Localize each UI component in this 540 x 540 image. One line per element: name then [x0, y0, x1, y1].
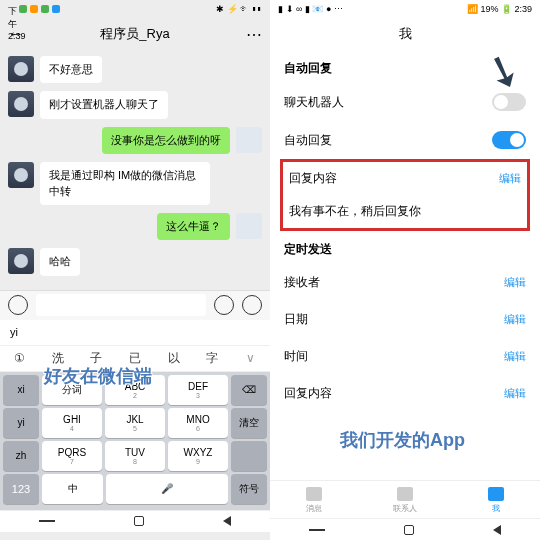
row-label: 我有事不在，稍后回复你	[289, 203, 421, 220]
avatar[interactable]	[236, 213, 262, 239]
plus-icon[interactable]	[242, 295, 262, 315]
edit-link[interactable]: 编辑	[504, 275, 526, 290]
key-side[interactable]: ⌫	[231, 375, 267, 405]
message-bubble: 不好意思	[40, 56, 102, 83]
key-symbol[interactable]: 符号	[231, 474, 267, 504]
key-lang[interactable]: 中	[42, 474, 103, 504]
highlighted-box: 回复内容编辑我有事不在，稍后回复你	[280, 159, 530, 231]
signal-icons: ✱ ⚡ ᯤ ▮▮	[216, 4, 262, 14]
status-icon	[19, 5, 27, 13]
key[interactable]: DEF3	[168, 375, 228, 405]
candidate[interactable]: 以	[154, 350, 193, 367]
text-input[interactable]	[36, 294, 206, 316]
row-label: 聊天机器人	[284, 94, 344, 111]
edit-link[interactable]: 编辑	[504, 349, 526, 364]
key-side[interactable]	[231, 441, 267, 471]
key-side[interactable]: 清空	[231, 408, 267, 438]
status-icon	[52, 5, 60, 13]
overlay-label-left: 好友在微信端	[44, 364, 152, 388]
settings-row[interactable]: 回复内容编辑	[270, 375, 540, 412]
page-title: 我	[399, 25, 412, 43]
status-right: 📶 19% 🔋 2:39	[467, 4, 532, 14]
edit-link[interactable]: 编辑	[499, 171, 521, 186]
back-button[interactable]: ←	[8, 25, 24, 43]
key[interactable]: MNO6	[168, 408, 228, 438]
message-bubble: 哈哈	[40, 248, 80, 275]
status-left: ▮ ⬇ ∞ ▮ 📧 ● ⋯	[278, 4, 343, 14]
status-bar: 下午2:39 ✱ ⚡ ᯤ ▮▮	[0, 0, 270, 18]
key-space[interactable]: 🎤	[106, 474, 228, 504]
nav-label: 消息	[306, 503, 322, 514]
row-label: 回复内容	[284, 385, 332, 402]
key[interactable]: PQRS7	[42, 441, 102, 471]
recent-button[interactable]	[39, 520, 55, 522]
home-button[interactable]	[134, 516, 144, 526]
message-bubble: 这么牛逼？	[157, 213, 230, 240]
key-123[interactable]: 123	[3, 474, 39, 504]
row-label: 时间	[284, 348, 308, 365]
nav-item[interactable]: 我	[488, 487, 504, 514]
expand-icon[interactable]: ∨	[231, 351, 270, 365]
message-bubble: 我是通过即构 IM做的微信消息中转	[40, 162, 210, 205]
candidate[interactable]: ①	[0, 351, 39, 365]
input-bar	[0, 290, 270, 320]
settings-row[interactable]: 接收者编辑	[270, 264, 540, 301]
toggle[interactable]	[492, 93, 526, 111]
settings-row[interactable]: 我有事不在，稍后回复你	[283, 195, 527, 228]
avatar[interactable]	[236, 127, 262, 153]
chat-header: ← 程序员_Rya ⋯	[0, 18, 270, 50]
key[interactable]: GHI4	[42, 408, 102, 438]
row-label: 日期	[284, 311, 308, 328]
row-label: 接收者	[284, 274, 320, 291]
toggle[interactable]	[492, 131, 526, 149]
row-label: 回复内容	[289, 170, 337, 187]
chat-area: 不好意思刚才设置机器人聊天了没事你是怎么做到的呀我是通过即构 IM做的微信消息中…	[0, 50, 270, 290]
key-side[interactable]: xi	[3, 375, 39, 405]
nav-item[interactable]: 联系人	[393, 487, 417, 514]
avatar[interactable]	[8, 56, 34, 82]
nav-item[interactable]: 消息	[306, 487, 322, 514]
edit-link[interactable]: 编辑	[504, 312, 526, 327]
bottom-nav: 消息联系人我	[270, 480, 540, 520]
recent-button[interactable]	[309, 529, 325, 531]
avatar[interactable]	[8, 248, 34, 274]
key-side[interactable]: zh	[3, 441, 39, 471]
message-bubble: 刚才设置机器人聊天了	[40, 91, 168, 118]
status-icon	[30, 5, 38, 13]
key[interactable]: WXYZ9	[168, 441, 228, 471]
keyboard: xi分词ABC2DEF3⌫yiGHI4JKL5MNO6清空zhPQRS7TUV8…	[0, 372, 270, 510]
android-nav	[270, 518, 540, 540]
row-label: 自动回复	[284, 132, 332, 149]
ime-text: yi	[0, 320, 270, 346]
settings-row[interactable]: 日期编辑	[270, 301, 540, 338]
time: 下午2:39	[8, 5, 16, 13]
home-button[interactable]	[404, 525, 414, 535]
status-icon	[41, 5, 49, 13]
chat-title: 程序员_Rya	[100, 25, 169, 43]
ime-pinyin: yi	[10, 326, 18, 338]
settings-row[interactable]: 自动回复	[270, 121, 540, 159]
back-nav-button[interactable]	[493, 525, 501, 535]
avatar[interactable]	[8, 162, 34, 188]
edit-link[interactable]: 编辑	[504, 386, 526, 401]
key[interactable]: TUV8	[105, 441, 165, 471]
nav-icon	[306, 487, 322, 501]
overlay-label-right: 我们开发的App	[340, 428, 465, 452]
settings-row[interactable]: 时间编辑	[270, 338, 540, 375]
message-bubble: 没事你是怎么做到的呀	[102, 127, 230, 154]
key[interactable]: JKL5	[105, 408, 165, 438]
nav-icon	[488, 487, 504, 501]
nav-label: 联系人	[393, 503, 417, 514]
section-scheduled: 定时发送	[270, 231, 540, 264]
candidate[interactable]: 字	[193, 350, 232, 367]
nav-icon	[397, 487, 413, 501]
android-nav	[0, 510, 270, 532]
back-nav-button[interactable]	[223, 516, 231, 526]
more-button[interactable]: ⋯	[246, 25, 262, 44]
key-side[interactable]: yi	[3, 408, 39, 438]
emoji-icon[interactable]	[214, 295, 234, 315]
voice-icon[interactable]	[8, 295, 28, 315]
settings-row[interactable]: 回复内容编辑	[283, 162, 527, 195]
avatar[interactable]	[8, 91, 34, 117]
status-bar: ▮ ⬇ ∞ ▮ 📧 ● ⋯ 📶 19% 🔋 2:39	[270, 0, 540, 18]
